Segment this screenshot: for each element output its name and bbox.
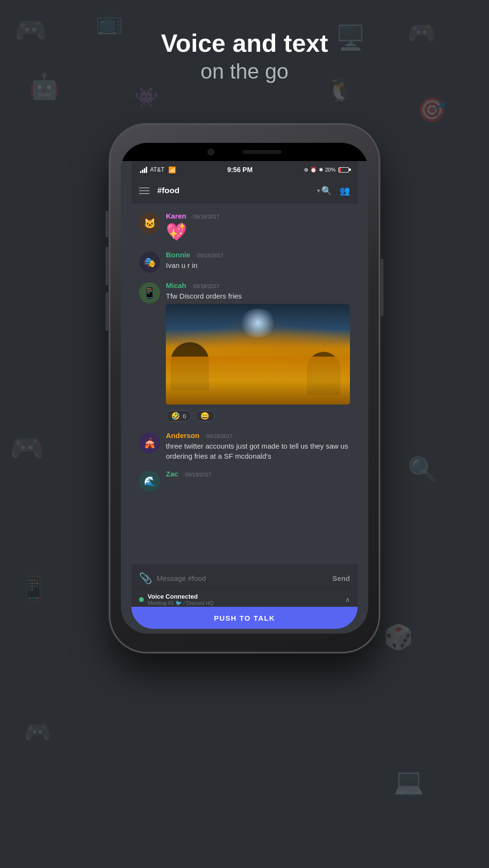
message-content-micah: Micah · 09/18/2017 Tfw Discord orders fr… <box>166 281 350 405</box>
reactions-row: 🤣 6 😄 <box>131 410 358 422</box>
phone-screen: AT&T 📶 9:56 PM ⊕ ⏰ ✱ 20% <box>121 143 368 634</box>
voice-status: Voice Connected <box>148 593 341 600</box>
voice-info: Voice Connected Meeting #1 🐦 / Discord H… <box>148 593 341 606</box>
message-input-bar: 📎 Send <box>131 565 358 591</box>
menu-button[interactable] <box>139 187 150 194</box>
username-bonnie: Bonnie <box>166 251 190 259</box>
voice-channel-info: Meeting #1 🐦 / Discord HQ <box>148 600 341 606</box>
bluetooth-icon: ✱ <box>319 167 323 173</box>
message-bonnie: 🎭 Bonnie · 09/18/2017 Ivan u r in <box>131 248 358 276</box>
status-bar: AT&T 📶 9:56 PM ⊕ ⏰ ✱ 20% <box>131 161 358 178</box>
fries-image <box>166 304 350 405</box>
battery-tip <box>349 169 351 171</box>
reaction-emoji-smile: 😄 <box>200 412 210 420</box>
avatar-anderson: 🎪 <box>139 432 160 453</box>
mute-button <box>105 211 109 237</box>
alarm-icon: ⏰ <box>310 167 317 173</box>
push-to-talk-label: PUSH TO TALK <box>214 614 275 622</box>
signal-icon <box>140 167 147 173</box>
username-zac: Zac <box>166 470 178 478</box>
status-time: 9:56 PM <box>176 166 304 174</box>
message-content-bonnie: Bonnie · 09/18/2017 Ivan u r in <box>166 251 350 273</box>
timestamp-micah: · 09/18/2017 <box>190 283 220 289</box>
channel-dropdown-icon[interactable]: ▼ <box>316 188 321 194</box>
username-karen: Karen <box>166 212 186 220</box>
username-micah: Micah <box>166 281 186 289</box>
timestamp-anderson: · 09/18/2017 <box>203 433 233 439</box>
username-anderson: Anderson <box>166 431 199 440</box>
message-content-karen: Karen · 09/18/2017 💖 <box>166 212 350 242</box>
phone-shell: AT&T 📶 9:56 PM ⊕ ⏰ ✱ 20% <box>110 125 379 652</box>
reaction-emoji-laughing: 🤣 <box>171 412 180 420</box>
channel-name: #food <box>157 186 315 196</box>
volume-down-button <box>105 292 109 331</box>
page-title-area: Voice and text on the go <box>0 29 489 83</box>
voice-active-indicator <box>139 597 144 602</box>
status-right: ⊕ ⏰ ✱ 20% <box>304 167 349 173</box>
reaction-smile[interactable]: 😄 <box>195 410 215 422</box>
voice-chevron-icon[interactable]: ∧ <box>345 596 350 603</box>
fries-image-content <box>166 304 350 405</box>
carrier-name: AT&T <box>150 166 164 173</box>
send-button[interactable]: Send <box>332 574 350 582</box>
wifi-icon: 📶 <box>168 166 176 174</box>
channel-actions: 🔍 👥 <box>321 185 350 196</box>
avatar-micah: 📱 <box>139 282 160 303</box>
title-sub: on the go <box>0 59 489 83</box>
message-text-anderson: three twitter accounts just got made to … <box>166 441 350 461</box>
push-to-talk-button[interactable]: PUSH TO TALK <box>131 607 358 629</box>
message-input-field[interactable] <box>157 574 327 582</box>
phone-notch <box>121 143 368 161</box>
front-camera <box>208 149 214 155</box>
timestamp-karen: · 09/18/2017 <box>190 214 220 220</box>
location-icon: ⊕ <box>304 167 308 173</box>
message-content-anderson: Anderson · 09/18/2017 three twitter acco… <box>166 431 350 461</box>
message-text-micah: Tfw Discord orders fries <box>166 291 350 301</box>
message-text-bonnie: Ivan u r in <box>166 260 350 270</box>
message-anderson: 🎪 Anderson · 09/18/2017 three twitter ac… <box>131 428 358 464</box>
message-text-karen: 💖 <box>166 221 350 242</box>
power-button <box>380 259 384 316</box>
timestamp-bonnie: · 09/18/2017 <box>194 253 223 258</box>
message-content-zac: Zac · 09/18/2017 <box>166 470 350 492</box>
reaction-laughing[interactable]: 🤣 6 <box>166 410 191 422</box>
phone-device: AT&T 📶 9:56 PM ⊕ ⏰ ✱ 20% <box>110 125 379 652</box>
battery-fill <box>339 168 341 172</box>
members-button[interactable]: 👥 <box>339 185 350 196</box>
attach-button[interactable]: 📎 <box>139 572 152 585</box>
messages-list: 🐱 Karen · 09/18/2017 💖 🎭 <box>131 203 358 563</box>
timestamp-zac: · 09/18/2017 <box>182 472 211 477</box>
message-zac: 🌊 Zac · 09/18/2017 <box>131 467 358 495</box>
battery-level: 20% <box>325 167 336 173</box>
title-main: Voice and text <box>0 29 489 58</box>
battery-icon <box>338 167 349 173</box>
avatar-karen: 🐱 <box>139 213 160 234</box>
message-karen: 🐱 Karen · 09/18/2017 💖 <box>131 209 358 245</box>
reaction-count-laughing: 6 <box>183 413 186 420</box>
speaker <box>243 150 281 154</box>
avatar-bonnie: 🎭 <box>139 252 160 273</box>
search-button[interactable]: 🔍 <box>321 185 332 196</box>
status-left: AT&T 📶 <box>140 166 176 174</box>
message-micah: 📱 Micah · 09/18/2017 Tfw Discord orders … <box>131 278 358 407</box>
volume-up-button <box>105 247 109 285</box>
avatar-zac: 🌊 <box>139 471 160 492</box>
channel-header: #food ▼ 🔍 👥 <box>131 178 358 203</box>
